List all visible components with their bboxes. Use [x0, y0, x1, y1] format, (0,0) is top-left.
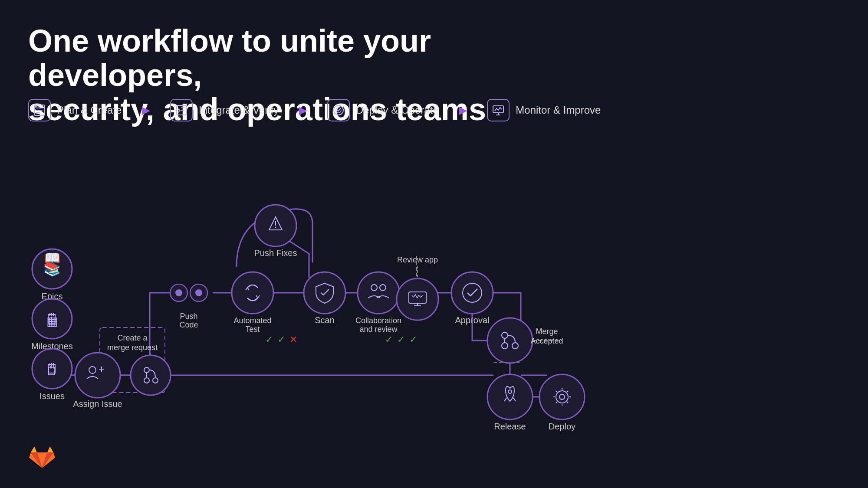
create-merge-label: Create a	[117, 334, 148, 342]
issues-label: Issues	[39, 391, 65, 401]
phase-deploy: Deploy & Operate	[327, 99, 439, 121]
merge-accepted-label: Merge	[536, 327, 558, 336]
svg-point-35	[304, 272, 345, 314]
check1: ✓	[265, 334, 273, 345]
phase-arrow-1: ►	[139, 102, 153, 118]
automated-test-label2: Test	[245, 325, 260, 334]
svg-point-49	[487, 318, 533, 363]
check2: ✓	[277, 334, 285, 345]
phases-bar: Plan & Create ► Integrate & Verify ► Dep…	[28, 99, 840, 121]
review-app-label: Review app	[397, 255, 438, 264]
phase-integrate: Integrate & Verify	[170, 99, 279, 121]
workflow-diagram: 📖 ⊟ Epics ▦ Milestones 🗒 Issues Assign I…	[0, 128, 868, 475]
svg-point-47	[451, 272, 493, 314]
scan-label: Scan	[315, 315, 335, 325]
svg-point-30	[195, 289, 202, 296]
phase-monitor-icon	[487, 99, 510, 121]
gitlab-logo	[28, 444, 56, 472]
svg-point-4	[34, 105, 37, 108]
svg-text:🗓: 🗓	[45, 311, 59, 327]
assign-issue-label: Assign Issue	[73, 399, 122, 409]
deploy-label: Deploy	[549, 422, 575, 431]
svg-point-21	[75, 353, 120, 398]
svg-point-28	[175, 289, 182, 296]
create-merge-label2: merge request	[107, 343, 158, 352]
svg-point-55	[487, 374, 533, 419]
svg-rect-10	[493, 106, 503, 113]
phase-deploy-icon	[327, 99, 350, 121]
phase-arrow-3: ►	[456, 102, 470, 118]
phase-integrate-icon	[170, 99, 193, 121]
push-code-label2: Code	[179, 321, 198, 329]
collab-label2: and review	[359, 325, 398, 334]
release-label: Release	[494, 422, 526, 431]
svg-text:✓: ✓	[385, 334, 393, 345]
svg-text:✓: ✓	[409, 334, 417, 345]
svg-point-36	[358, 272, 399, 314]
svg-point-43	[397, 278, 438, 320]
collab-label: Collaboration	[355, 316, 401, 325]
phase-monitor: Monitor & Improve	[487, 99, 601, 121]
phase-plan-icon	[28, 99, 51, 121]
push-code-label: Push	[180, 312, 197, 321]
svg-point-57	[539, 374, 585, 419]
automated-test-label: Automated	[233, 316, 271, 325]
phase-plan: Plan & Create	[28, 99, 122, 121]
svg-point-34	[275, 227, 276, 228]
merge-accepted-label2: Accepted	[530, 337, 563, 345]
svg-point-23	[131, 355, 171, 395]
svg-point-31	[232, 272, 273, 314]
svg-text:🗒: 🗒	[45, 361, 59, 377]
svg-text:📚: 📚	[43, 261, 61, 277]
svg-text:✓: ✓	[397, 334, 405, 345]
push-fixes-label: Push Fixes	[254, 248, 297, 258]
phase-arrow-2: ►	[296, 102, 310, 118]
check-fail: ✕	[289, 334, 297, 345]
